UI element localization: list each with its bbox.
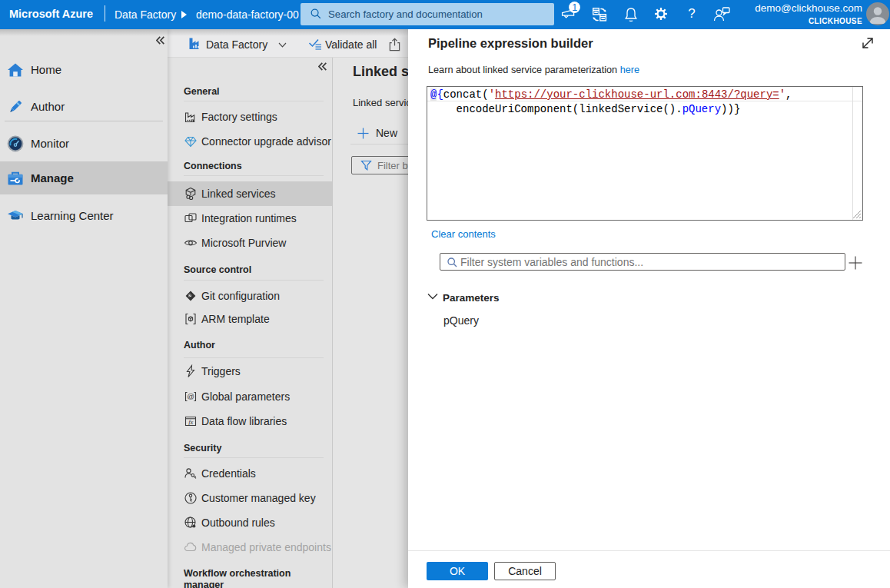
svg-text:@: @ <box>187 392 194 400</box>
svg-text:1: 1 <box>572 2 577 13</box>
svg-text:fx: fx <box>188 418 193 426</box>
